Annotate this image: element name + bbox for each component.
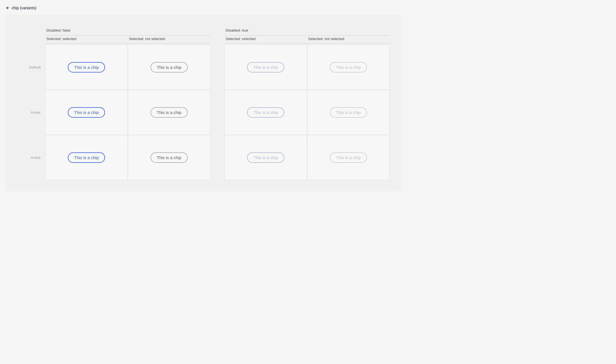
disabled-false-top-header: Disabled: false (45, 26, 210, 36)
cell-active-false-not-selected: This is a chip (128, 135, 211, 180)
cell-hover-false-not-selected: This is a chip (128, 90, 211, 135)
chip-default-false-not-selected[interactable]: This is a chip (150, 62, 188, 73)
cell-default-true-selected: This is a chip (224, 45, 307, 90)
chip-active-true-not-selected: This is a chip (330, 152, 367, 163)
cell-active-true-not-selected: This is a chip (307, 135, 390, 180)
chip-default-true-selected: This is a chip (247, 62, 284, 73)
cell-active-true-selected: This is a chip (224, 135, 307, 180)
cell-hover-true-not-selected: This is a chip (307, 90, 390, 135)
chip-default-true-not-selected: This is a chip (330, 62, 367, 73)
row-label-active: Active (31, 155, 41, 160)
sub-header-false-selected: Selected: selected (45, 37, 128, 41)
chip-active-false-selected[interactable]: This is a chip (68, 152, 105, 163)
cell-active-false-selected: This is a chip (45, 135, 128, 180)
move-icon: ❖ (6, 6, 9, 10)
disabled-true-top-header: Disabled: true (224, 26, 390, 36)
main-container: Disabled: false Selected: selected Selec… (6, 15, 401, 191)
sub-header-true-selected: Selected: selected (224, 37, 307, 41)
page-header: ❖ chip (variants) (6, 6, 610, 10)
row-label-hover: Hover (31, 110, 41, 115)
cell-default-true-not-selected: This is a chip (307, 45, 390, 90)
cell-hover-false-selected: This is a chip (45, 90, 128, 135)
cell-default-false-selected: This is a chip (45, 45, 128, 90)
cell-hover-true-selected: This is a chip (224, 90, 307, 135)
chip-active-false-not-selected[interactable]: This is a chip (150, 152, 188, 163)
sub-header-false-not-selected: Selected: not selected (128, 37, 211, 41)
cell-default-false-not-selected: This is a chip (128, 45, 211, 90)
row-hover: Hover This is a chip This is a chip (17, 90, 390, 135)
sub-header-true-not-selected: Selected: not selected (307, 37, 390, 41)
row-active: Active This is a chip This is a chip (17, 135, 390, 180)
row-default: Default This is a chip This is a chip (17, 45, 390, 90)
chip-default-false-selected[interactable]: This is a chip (68, 62, 105, 73)
chip-hover-false-selected[interactable]: This is a chip (68, 107, 105, 118)
row-label-default: Default (29, 65, 41, 69)
chip-active-true-selected: This is a chip (247, 152, 284, 163)
page-title: chip (variants) (12, 6, 36, 10)
chip-hover-true-not-selected: This is a chip (330, 107, 367, 118)
chip-hover-false-not-selected[interactable]: This is a chip (150, 107, 188, 118)
chip-hover-true-selected: This is a chip (247, 107, 284, 118)
